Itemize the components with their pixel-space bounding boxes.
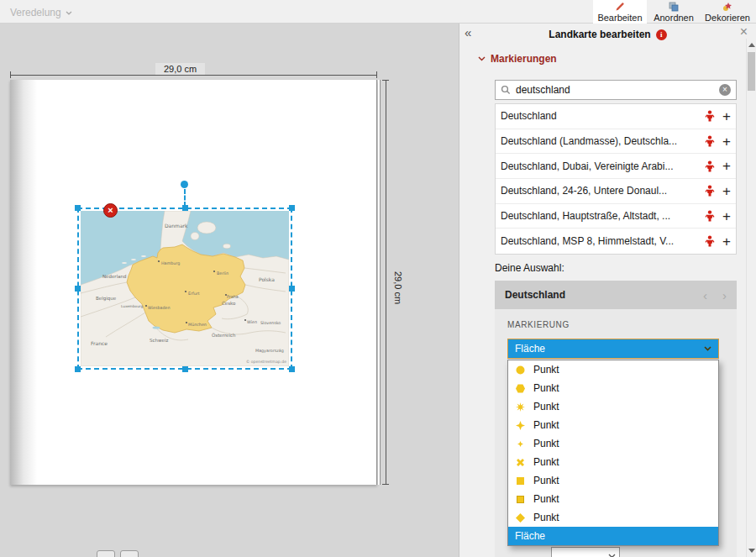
option-label: Punkt [533, 493, 559, 505]
search-result-item[interactable]: Deutschland, Dubai, Vereinigte Arabi...+ [496, 154, 736, 179]
page-width-label: 29,0 cm [155, 63, 205, 75]
resize-handle-e[interactable] [289, 286, 295, 292]
chevron-down-icon [608, 554, 616, 557]
height-dimension-line [386, 80, 386, 485]
close-icon[interactable]: × [740, 24, 748, 39]
next-icon[interactable]: › [722, 288, 727, 302]
selection-label: Deine Auswahl: [495, 262, 564, 274]
marker-type-options: PunktPunktPunktPunktPunktPunktPunktPunkt… [507, 360, 719, 546]
add-marker-button[interactable]: + [722, 184, 731, 198]
scroll-down-icon[interactable] [748, 549, 755, 553]
clear-search-icon[interactable]: × [719, 84, 731, 96]
search-result-item[interactable]: Deutschland, Hauptstraße, Altstadt, ...+ [496, 204, 736, 229]
add-marker-button[interactable]: + [722, 109, 731, 123]
map-element[interactable]: DanmarkNederlandBelgiqueLuxembourgFrance… [81, 211, 289, 366]
prev-icon[interactable]: ‹ [703, 288, 707, 302]
cross-icon [515, 457, 526, 468]
marker-figure-icon [705, 210, 715, 222]
map-image: DanmarkNederlandBelgiqueLuxembourgFrance… [81, 211, 289, 366]
resize-handle-s[interactable] [182, 366, 188, 372]
svg-text:© openstreetmap.de: © openstreetmap.de [246, 360, 287, 364]
square-outline-icon [515, 494, 526, 505]
marker-type-option-punkt[interactable]: Punkt [508, 379, 718, 397]
option-label: Punkt [533, 382, 559, 394]
option-label: Punkt [533, 456, 559, 468]
page-nav-thumbnail[interactable] [97, 550, 115, 557]
option-label: Fläche [515, 530, 545, 542]
map-edit-panel: « Landkarte bearbeiten i × Markierungen … [459, 24, 756, 557]
result-text: Deutschland, 24-26, Untere Donaul... [501, 185, 705, 197]
tab-dekorieren[interactable]: Dekorieren [701, 0, 754, 24]
rotate-handle[interactable] [181, 181, 188, 188]
svg-text:Danmark: Danmark [165, 223, 188, 229]
svg-text:Schweiz: Schweiz [150, 338, 168, 343]
info-icon[interactable]: i [656, 29, 667, 40]
delete-button[interactable]: × [103, 203, 118, 218]
svg-text:France: France [91, 340, 108, 346]
width-dimension-line [10, 75, 377, 76]
panel-scrollbar[interactable] [746, 39, 756, 557]
chevron-down-icon [66, 11, 72, 15]
partial-bottom-select[interactable] [551, 547, 620, 557]
tab-anordnen[interactable]: Anordnen [647, 0, 701, 24]
editor-canvas[interactable]: 29,0 cm 29,0 cm Danm [0, 24, 459, 557]
resize-handle-nw[interactable] [75, 205, 81, 211]
add-marker-button[interactable]: + [722, 159, 731, 173]
collapse-panel-icon[interactable]: « [465, 25, 471, 39]
search-result-item[interactable]: Deutschland (Landmasse), Deutschla...+ [496, 129, 736, 155]
page-spine-shading [10, 80, 40, 485]
section-label: Markierungen [491, 53, 557, 65]
resize-handle-se[interactable] [289, 366, 295, 372]
add-marker-button[interactable]: + [722, 209, 731, 223]
search-result-item[interactable]: Deutschland, 24-26, Untere Donaul...+ [496, 179, 736, 204]
resize-handle-n[interactable] [182, 205, 188, 211]
tab-bearbeiten[interactable]: Bearbeiten [593, 0, 647, 24]
resize-handle-ne[interactable] [289, 205, 295, 211]
marker-figure-icon [705, 235, 715, 247]
marker-type-option-punkt[interactable]: Punkt [508, 453, 718, 471]
svg-text:Polska: Polska [259, 276, 275, 282]
main-tabs: Bearbeiten Anordnen Dekorieren [593, 0, 754, 24]
marker-type-option-punkt[interactable]: Punkt [508, 416, 718, 434]
veredelung-label: Veredelung [10, 7, 61, 18]
result-text: Deutschland, Dubai, Vereinigte Arabi... [501, 160, 705, 172]
rotation-stem [184, 189, 186, 207]
dim-tick [382, 80, 389, 81]
marker-type-option-flche[interactable]: Fläche [508, 527, 718, 545]
svg-text:Wiesbaden: Wiesbaden [148, 306, 170, 310]
marker-type-option-punkt[interactable]: Punkt [508, 434, 718, 453]
option-label: Punkt [533, 401, 559, 412]
result-text: Deutschland [501, 110, 705, 122]
marker-type-option-punkt[interactable]: Punkt [508, 360, 718, 379]
panel-title-row: Landkarte bearbeiten i [485, 29, 731, 40]
dim-tick [10, 71, 11, 78]
resize-handle-w[interactable] [75, 286, 81, 292]
option-label: Punkt [533, 475, 559, 486]
resize-handle-sw[interactable] [75, 366, 81, 372]
scrollbar-thumb[interactable] [748, 52, 755, 91]
marker-type-option-punkt[interactable]: Punkt [508, 397, 718, 416]
star-small-icon [515, 439, 526, 449]
hexagon-icon [515, 383, 526, 394]
section-markierungen[interactable]: Markierungen [478, 53, 557, 65]
burst-icon [515, 402, 526, 412]
marker-type-option-punkt[interactable]: Punkt [508, 490, 718, 508]
search-result-item[interactable]: Deutschland, MSP 8, Himmelstadt, V...+ [496, 229, 736, 254]
search-box: × [495, 80, 737, 100]
svg-text:Praha: Praha [227, 295, 239, 299]
add-marker-button[interactable]: + [722, 134, 731, 149]
marker-type-option-punkt[interactable]: Punkt [508, 508, 718, 527]
svg-text:Česko: Česko [222, 300, 236, 306]
add-marker-button[interactable]: + [722, 234, 731, 249]
page-edge [378, 80, 381, 485]
scroll-up-icon[interactable] [748, 43, 755, 47]
result-text: Deutschland (Landmasse), Deutschla... [501, 135, 705, 147]
page-nav-thumbnail[interactable] [120, 550, 139, 557]
marker-type-select[interactable]: Fläche [507, 339, 719, 359]
veredelung-menu[interactable]: Veredelung [10, 7, 72, 18]
search-input[interactable] [516, 84, 714, 96]
result-text: Deutschland, Hauptstraße, Altstadt, ... [501, 210, 705, 222]
search-result-item[interactable]: Deutschland+ [496, 104, 736, 129]
selected-item-bar: Deutschland ‹ › [495, 281, 737, 309]
marker-type-option-punkt[interactable]: Punkt [508, 471, 718, 490]
